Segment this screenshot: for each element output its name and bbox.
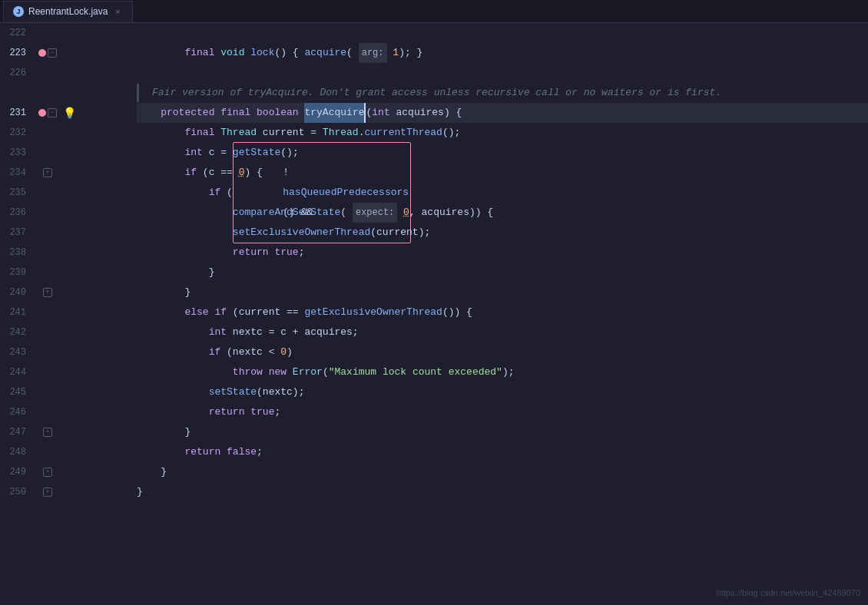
kw-if-243: if xyxy=(209,342,227,362)
line-num-238: 238 xyxy=(0,247,32,258)
file-tab[interactable]: J ReentrantLock.java × xyxy=(3,1,133,22)
code-line-226 xyxy=(137,63,868,83)
fn-compareandset: compareAndSetState xyxy=(233,203,340,223)
line-num-236: 236 xyxy=(0,207,32,218)
plain-223c xyxy=(387,43,393,63)
code-area[interactable]: final void lock () { acquire ( arg: 1 );… xyxy=(131,23,868,605)
gutter-row-246: 246 xyxy=(0,402,131,422)
gutter-row-245: 245 xyxy=(0,382,131,402)
kw-int-242: int xyxy=(209,322,233,342)
line-num-244: 244 xyxy=(0,367,32,378)
type-error: Error xyxy=(293,362,323,382)
fold-icon-249[interactable]: + xyxy=(43,468,52,477)
gutter-row-243: 243 xyxy=(0,342,131,362)
fn-setexclusive: setExclusiveOwnerThread xyxy=(233,223,370,243)
gutter-row-244: 244 xyxy=(0,362,131,382)
brace-247: } xyxy=(184,422,190,442)
plain-236a: ( xyxy=(340,203,353,223)
param-hint-arg: arg: xyxy=(359,43,387,63)
gutter-row-248: 248 xyxy=(0,442,131,462)
code-line-236: compareAndSetState ( expect: 0 , acquire… xyxy=(137,203,868,223)
code-line-244: throw new Error ( "Maximum lock count ex… xyxy=(137,362,868,382)
fn-getexclusive: getExclusiveOwnerThread xyxy=(304,302,442,322)
indent-243 xyxy=(137,342,209,362)
line-num-222: 222 xyxy=(0,28,32,38)
code-line-239: } xyxy=(137,263,868,283)
kw-int-233: int xyxy=(184,143,208,163)
line-num-231: 231 xyxy=(0,107,32,118)
indent-245 xyxy=(137,382,209,402)
editor-area: 222 223 − 226 231 xyxy=(0,23,868,605)
kw-return-246: return xyxy=(209,402,251,422)
code-line-238: return true ; xyxy=(137,243,868,263)
gutter-row-237: 237 xyxy=(0,223,131,243)
comment-text: Fair version of tryAcquire. Don't grant … xyxy=(152,83,721,103)
code-line-245: setState (nextc); xyxy=(137,382,868,402)
line-num-250: 250 xyxy=(0,487,32,498)
kw-int-231: int xyxy=(372,103,396,123)
indent-237 xyxy=(137,223,233,243)
gutter-icons-249: + xyxy=(32,468,63,477)
code-line-231: protected final boolean tryAcquire ( int… xyxy=(137,103,868,123)
gutter-row-231: 231 − 💡 xyxy=(0,103,131,123)
plain-246a: ; xyxy=(274,402,280,422)
fold-icon-247[interactable]: + xyxy=(43,428,52,437)
kw-protected: protected xyxy=(161,103,220,123)
tab-close-button[interactable]: × xyxy=(112,6,123,17)
code-line-240: } xyxy=(137,283,868,302)
fold-icon-231[interactable]: − xyxy=(48,108,57,117)
code-line-249: } xyxy=(137,462,868,482)
plain-dot: . xyxy=(359,123,365,143)
indent-240 xyxy=(137,283,184,302)
plain-243a: (nextc < xyxy=(227,342,280,362)
gutter-icons-240: + xyxy=(32,288,63,297)
plain-245a: (nextc); xyxy=(257,382,304,402)
gutter-row-233: 233 xyxy=(0,143,131,163)
gutter-row-235: 235 xyxy=(0,183,131,203)
line-num-226: 226 xyxy=(0,68,32,78)
plain-238a: ; xyxy=(299,243,305,263)
indent-242 xyxy=(137,322,209,342)
plain-231a: ( xyxy=(366,103,372,123)
str-maxlock: "Maximum lock count exceeded" xyxy=(329,362,502,382)
fold-icon-250[interactable]: + xyxy=(43,488,52,497)
plain-bang: ! xyxy=(283,167,289,178)
code-line-comment: Fair version of tryAcquire. Don't grant … xyxy=(137,83,868,103)
line-gutter: 222 223 − 226 231 xyxy=(0,23,131,605)
line-num-234: 234 xyxy=(0,167,32,178)
line-num-245: 245 xyxy=(0,387,32,398)
gutter-row-236: 236 xyxy=(0,203,131,223)
code-line-232: final Thread current = Thread . currentT… xyxy=(137,123,868,143)
gutter-icons-247: + xyxy=(32,428,63,437)
gutter-row-249: 249 + xyxy=(0,462,131,482)
fold-icon-223[interactable]: − xyxy=(48,48,57,58)
kw-false: false xyxy=(227,442,257,462)
gutter-icons-231: − xyxy=(32,108,63,117)
brace-239: } xyxy=(209,263,215,283)
indent-238 xyxy=(137,243,233,263)
line-num-233: 233 xyxy=(0,147,32,158)
code-line-250: } xyxy=(137,482,868,502)
indent-223 xyxy=(137,43,184,63)
line-num-242: 242 xyxy=(0,327,32,338)
kw-true-246: true xyxy=(250,402,274,422)
fn-setstate: setState xyxy=(209,382,257,402)
kw-boolean: boolean xyxy=(257,103,304,123)
watermark: https://blog.csdn.net/weixin_42489070 xyxy=(717,588,860,597)
kw-return-248: return xyxy=(184,442,227,462)
kw-if-241: if xyxy=(214,302,232,322)
line-num-246: 246 xyxy=(0,407,32,418)
plain-223a: () { xyxy=(274,43,304,63)
gutter-icons-223: − xyxy=(32,48,63,58)
gutter-row-247: 247 + xyxy=(0,422,131,442)
breakpoint-icon-223[interactable] xyxy=(38,49,46,57)
lightbulb-icon-231[interactable]: 💡 xyxy=(63,107,76,120)
breakpoint-icon-231[interactable] xyxy=(38,109,46,117)
plain-235a: ( xyxy=(227,183,233,203)
fold-icon-234[interactable]: + xyxy=(43,168,52,177)
line-num-247: 247 xyxy=(0,427,32,438)
kw-final-231: final xyxy=(220,103,257,123)
fold-icon-240[interactable]: + xyxy=(43,288,52,297)
code-line-243: if (nextc < 0 ) xyxy=(137,342,868,362)
code-line-223: final void lock () { acquire ( arg: 1 );… xyxy=(137,43,868,63)
